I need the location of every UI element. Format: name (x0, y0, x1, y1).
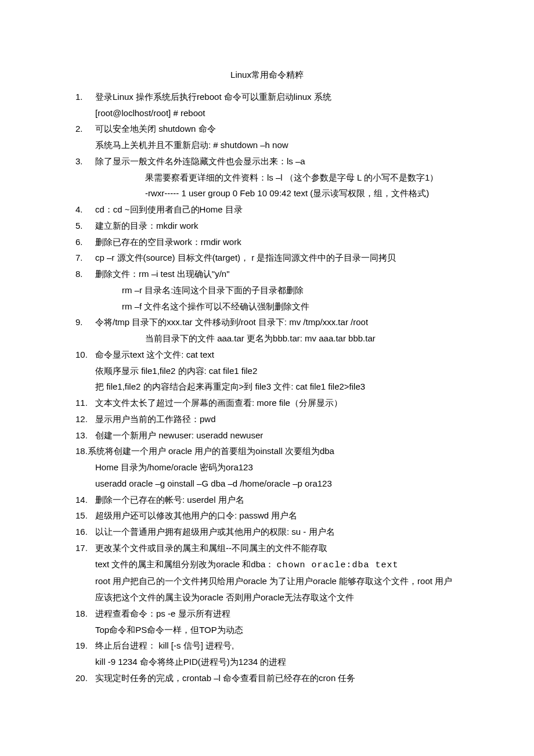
item-text: 删除一个已存在的帐号: userdel 用户名 (95, 492, 459, 508)
item-number: 18. (75, 606, 95, 622)
list-item-sub: rm –r 目录名:连同这个目录下面的子目录都删除 (75, 282, 459, 298)
list-item-sub: rm –f 文件名这个操作可以不经确认强制删除文件 (75, 298, 459, 315)
item-text: 更改某个文件或目录的属主和属组--不同属主的文件不能存取 (95, 540, 459, 556)
item-number: 17. (75, 540, 95, 556)
item-number: 19. (75, 638, 95, 654)
item-number: 20. (75, 670, 95, 686)
item-text: 除了显示一般文件名外连隐藏文件也会显示出来：ls –a (95, 153, 459, 170)
list-item: 5.建立新的目录：mkdir work (75, 218, 459, 234)
list-item-line: Top命令和PS命令一样，但TOP为动态 (75, 622, 459, 638)
item-text: 命令显示text 这个文件: cat text (95, 347, 459, 363)
list-item-line: useradd oracle –g oinstall –G dba –d /ho… (75, 476, 459, 492)
list-item: 2.可以安全地关闭 shutdown 命令 (75, 121, 459, 137)
item-text: 实现定时任务的完成，crontab –l 命令查看目前已经存在的cron 任务 (95, 670, 459, 686)
item-text: 建立新的目录：mkdir work (95, 218, 459, 234)
list-item: 17.更改某个文件或目录的属主和属组--不同属主的文件不能存取 (75, 540, 459, 556)
list-item: 8.删除文件：rm –i test 出现确认"y/n" (75, 266, 459, 282)
list-item-line: Home 目录为/home/oracle 密码为ora123 (75, 459, 459, 476)
item-text: cp –r 源文件(source) 目标文件(target)， r 是指连同源文… (95, 250, 459, 266)
item-number: 8. (75, 266, 95, 282)
item-text: 删除文件：rm –i test 出现确认"y/n" (95, 266, 459, 282)
list-item: 10.命令显示text 这个文件: cat text (75, 347, 459, 363)
list-item-line: 系统马上关机并且不重新启动: # shutdown –h now (75, 137, 459, 153)
item-number: 1. (75, 89, 95, 105)
list-item: 12.显示用户当前的工作路径：pwd (75, 411, 459, 427)
item-text: 令将/tmp 目录下的xxx.tar 文件移动到/root 目录下: mv /t… (95, 314, 459, 330)
item-number: 6. (75, 234, 95, 250)
list-item-sub: 果需要察看更详细的文件资料：ls –l （这个参数是字母 L 的小写不是数字1） (75, 170, 459, 186)
list-item: 13.创建一个新用户 newuser: useradd newuser (75, 427, 459, 444)
list-item: 9.令将/tmp 目录下的xxx.tar 文件移动到/root 目录下: mv … (75, 314, 459, 330)
item-number: 9. (75, 314, 95, 330)
item-text: 终止后台进程： kill [-s 信号] 进程号, (95, 638, 459, 654)
document-body: 1.登录Linux 操作系统后执行reboot 命令可以重新启动linux 系统… (75, 89, 459, 686)
item-number: 14. (75, 492, 95, 508)
list-item-line: kill -9 1234 命令将终止PID(进程号)为1234 的进程 (75, 654, 459, 670)
list-item-line: 把 file1,file2 的内容结合起来再重定向>到 file3 文件: ca… (75, 379, 459, 395)
item-text: 以让一个普通用户拥有超级用户或其他用户的权限: su - 用户名 (95, 524, 459, 540)
item-text: cd：cd ~回到使用者自己的Home 目录 (95, 201, 459, 218)
item-text: 删除已存在的空目录work：rmdir work (95, 234, 459, 250)
list-item: 19.终止后台进程： kill [-s 信号] 进程号, (75, 638, 459, 654)
list-item: 7.cp –r 源文件(source) 目标文件(target)， r 是指连同… (75, 250, 459, 266)
item-number: 3. (75, 153, 95, 170)
item-text: 显示用户当前的工作路径：pwd (95, 411, 459, 427)
item-number: 12. (75, 411, 95, 427)
list-item: 1.登录Linux 操作系统后执行reboot 命令可以重新启动linux 系统 (75, 89, 459, 105)
item-number: 4. (75, 201, 95, 218)
list-item: 6.删除已存在的空目录work：rmdir work (75, 234, 459, 250)
item-number: 10. (75, 347, 95, 363)
list-item-line: [root@loclhost/root] # reboot (75, 105, 459, 121)
item-text: 进程查看命令：ps -e 显示所有进程 (95, 606, 459, 622)
item-number: 2. (75, 121, 95, 137)
item-number: 7. (75, 250, 95, 266)
list-item: 20.实现定时任务的完成，crontab –l 命令查看目前已经存在的cron … (75, 670, 459, 686)
list-item: 3.除了显示一般文件名外连隐藏文件也会显示出来：ls –a (75, 153, 459, 170)
list-item: 11.文本文件太长了超过一个屏幕的画面查看: more file（分屏显示） (75, 395, 459, 411)
item-text: 文本文件太长了超过一个屏幕的画面查看: more file（分屏显示） (95, 395, 459, 411)
document-title: Linux常用命令精粹 (75, 67, 459, 83)
list-item-sub: -rwxr----- 1 user group 0 Feb 10 09:42 t… (75, 185, 459, 201)
item-text: 超级用户还可以修改其他用户的口令: passwd 用户名 (95, 507, 459, 524)
item-number: 15. (75, 507, 95, 524)
list-item: 18.进程查看命令：ps -e 显示所有进程 (75, 606, 459, 622)
list-item: 16.以让一个普通用户拥有超级用户或其他用户的权限: su - 用户名 (75, 524, 459, 540)
list-item: 4.cd：cd ~回到使用者自己的Home 目录 (75, 201, 459, 218)
list-item-sub: 当前目录下的文件 aaa.tar 更名为bbb.tar: mv aaa.tar … (75, 330, 459, 347)
item-number: 11. (75, 395, 95, 411)
list-item: 18.系统将创建一个用户 oracle 用户的首要组为oinstall 次要组为… (75, 443, 459, 459)
item-number: 16. (75, 524, 95, 540)
list-item: 14.删除一个已存在的帐号: userdel 用户名 (75, 492, 459, 508)
item-number: 5. (75, 218, 95, 234)
item-number: 13. (75, 427, 95, 444)
list-item: 15.超级用户还可以修改其他用户的口令: passwd 用户名 (75, 507, 459, 524)
list-item-body: text 文件的属主和属组分别改为oracle 和dba： chown orac… (75, 556, 459, 574)
list-item-body: root 用户把自己的一个文件拷贝给用户oracle 为了让用户oracle 能… (75, 573, 459, 606)
item-text: 创建一个新用户 newuser: useradd newuser (95, 427, 459, 444)
item-text: 登录Linux 操作系统后执行reboot 命令可以重新启动linux 系统 (95, 89, 459, 105)
item-text: 可以安全地关闭 shutdown 命令 (95, 121, 459, 137)
document-page: Linux常用命令精粹 1.登录Linux 操作系统后执行reboot 命令可以… (0, 0, 534, 756)
list-item-line: 依顺序显示 file1,file2 的内容: cat file1 file2 (75, 363, 459, 379)
